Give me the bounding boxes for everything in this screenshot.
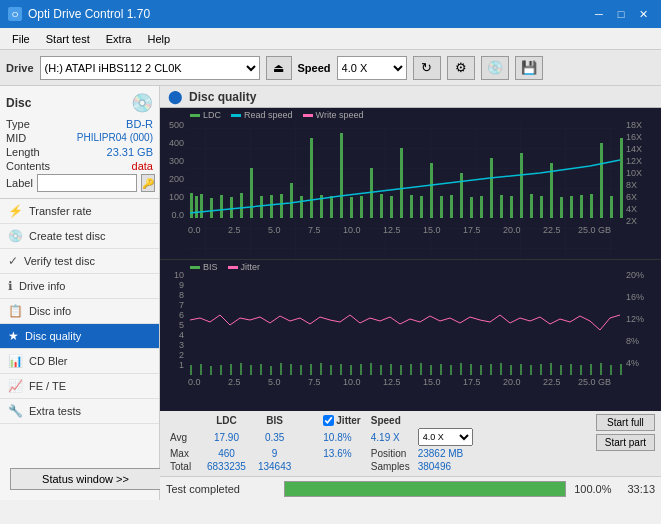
drive-info-icon: ℹ <box>8 279 13 293</box>
svg-rect-40 <box>420 196 423 218</box>
speed-val: 4.19 X <box>367 427 414 447</box>
svg-text:10X: 10X <box>626 168 642 178</box>
svg-rect-130 <box>620 364 622 375</box>
svg-text:16X: 16X <box>626 132 642 142</box>
svg-rect-129 <box>610 365 612 375</box>
speed-select-stats[interactable]: 4.0 X <box>418 428 473 446</box>
svg-text:5: 5 <box>179 320 184 330</box>
stats-area: LDC BIS Jitter Speed Avg 17.90 0.35 <box>160 411 661 476</box>
svg-text:300: 300 <box>169 156 184 166</box>
total-ldc: 6833235 <box>201 460 252 473</box>
svg-text:2X: 2X <box>626 216 637 226</box>
disc-button[interactable]: 💿 <box>481 56 509 80</box>
disc-info-icon: 📋 <box>8 304 23 318</box>
svg-rect-116 <box>480 365 482 375</box>
svg-rect-57 <box>590 194 593 218</box>
titlebar-controls: ─ □ ✕ <box>589 5 653 23</box>
svg-text:20.0: 20.0 <box>503 225 521 235</box>
start-full-button[interactable]: Start full <box>596 414 655 431</box>
svg-text:7: 7 <box>179 300 184 310</box>
svg-text:9: 9 <box>179 280 184 290</box>
nav-extra-tests[interactable]: 🔧 Extra tests <box>0 399 159 424</box>
disc-mid-value: PHILIPR04 (000) <box>77 132 153 144</box>
svg-rect-112 <box>440 364 442 375</box>
menu-file[interactable]: File <box>4 31 38 47</box>
disc-label-input[interactable] <box>37 174 137 192</box>
refresh-button[interactable]: ↻ <box>413 56 441 80</box>
nav-cd-bler[interactable]: 📊 CD Bler <box>0 349 159 374</box>
panel-header: ⬤ Disc quality <box>160 86 661 108</box>
svg-rect-18 <box>200 194 203 218</box>
col-header-bis: BIS <box>252 414 297 427</box>
samples-label: Samples <box>367 460 414 473</box>
legend-write-speed: Write speed <box>303 110 364 120</box>
drive-label: Drive <box>6 62 34 74</box>
svg-rect-111 <box>430 365 432 375</box>
menu-start-test[interactable]: Start test <box>38 31 98 47</box>
svg-text:500: 500 <box>169 120 184 130</box>
maximize-button[interactable]: □ <box>611 5 631 23</box>
svg-text:4X: 4X <box>626 204 637 214</box>
extra-tests-icon: 🔧 <box>8 404 23 418</box>
transfer-rate-icon: ⚡ <box>8 204 23 218</box>
disc-quality-icon: ★ <box>8 329 19 343</box>
svg-text:4%: 4% <box>626 358 639 368</box>
drive-select[interactable]: (H:) ATAPI iHBS112 2 CL0K <box>40 56 260 80</box>
disc-label-button[interactable]: 🔑 <box>141 174 155 192</box>
disc-length-row: Length 23.31 GB <box>6 146 153 158</box>
svg-text:0.0: 0.0 <box>188 377 201 387</box>
jitter-checkbox[interactable] <box>323 415 334 426</box>
svg-rect-102 <box>340 364 342 375</box>
close-button[interactable]: ✕ <box>633 5 653 23</box>
svg-rect-43 <box>450 195 453 218</box>
svg-rect-95 <box>270 366 272 375</box>
panel-header-icon: ⬤ <box>168 89 183 104</box>
drive-toolbar: Drive (H:) ATAPI iHBS112 2 CL0K ⏏ Speed … <box>0 50 661 86</box>
nav-fe-te[interactable]: 📈 FE / TE <box>0 374 159 399</box>
disc-title: Disc <box>6 96 31 110</box>
ldc-color <box>190 114 200 117</box>
nav-disc-info[interactable]: 📋 Disc info <box>0 299 159 324</box>
svg-text:2.5: 2.5 <box>228 377 241 387</box>
svg-rect-91 <box>230 364 232 375</box>
nav-disc-quality[interactable]: ★ Disc quality <box>0 324 159 349</box>
fe-te-icon: 📈 <box>8 379 23 393</box>
svg-rect-17 <box>195 196 198 218</box>
svg-rect-52 <box>540 196 543 218</box>
disc-section: Disc 💿 Type BD-R MID PHILIPR04 (000) Len… <box>0 86 159 199</box>
nav-disc-info-label: Disc info <box>29 305 71 317</box>
read-speed-color <box>231 114 241 117</box>
svg-text:12%: 12% <box>626 314 644 324</box>
save-button[interactable]: 💾 <box>515 56 543 80</box>
nav-create-test-disc[interactable]: 💿 Create test disc <box>0 224 159 249</box>
svg-rect-55 <box>570 196 573 218</box>
nav-verify-test-disc[interactable]: ✓ Verify test disc <box>0 249 159 274</box>
max-ldc: 460 <box>201 447 252 460</box>
menu-help[interactable]: Help <box>139 31 178 47</box>
speed-label: Speed <box>298 62 331 74</box>
avg-jitter: 10.8% <box>317 427 366 447</box>
svg-rect-25 <box>270 195 273 218</box>
eject-button[interactable]: ⏏ <box>266 56 292 80</box>
status-window-button[interactable]: Status window >> <box>10 468 161 490</box>
svg-rect-44 <box>460 173 463 218</box>
menu-extra[interactable]: Extra <box>98 31 140 47</box>
nav-transfer-rate[interactable]: ⚡ Transfer rate <box>0 199 159 224</box>
svg-text:15.0: 15.0 <box>423 377 441 387</box>
minimize-button[interactable]: ─ <box>589 5 609 23</box>
col-header-speed: Speed <box>367 414 414 427</box>
titlebar: O Opti Drive Control 1.70 ─ □ ✕ <box>0 0 661 28</box>
svg-rect-108 <box>400 365 402 375</box>
sidebar: Disc 💿 Type BD-R MID PHILIPR04 (000) Len… <box>0 86 160 500</box>
svg-rect-103 <box>350 365 352 375</box>
speed-select[interactable]: 4.0 X <box>337 56 407 80</box>
nav-disc-quality-label: Disc quality <box>25 330 81 342</box>
nav-drive-info[interactable]: ℹ Drive info <box>0 274 159 299</box>
svg-text:6X: 6X <box>626 192 637 202</box>
start-part-button[interactable]: Start part <box>596 434 655 451</box>
svg-rect-124 <box>560 365 562 375</box>
disc-mid-label: MID <box>6 132 26 144</box>
settings-button[interactable]: ⚙ <box>447 56 475 80</box>
total-label: Total <box>166 460 201 473</box>
svg-rect-56 <box>580 195 583 218</box>
